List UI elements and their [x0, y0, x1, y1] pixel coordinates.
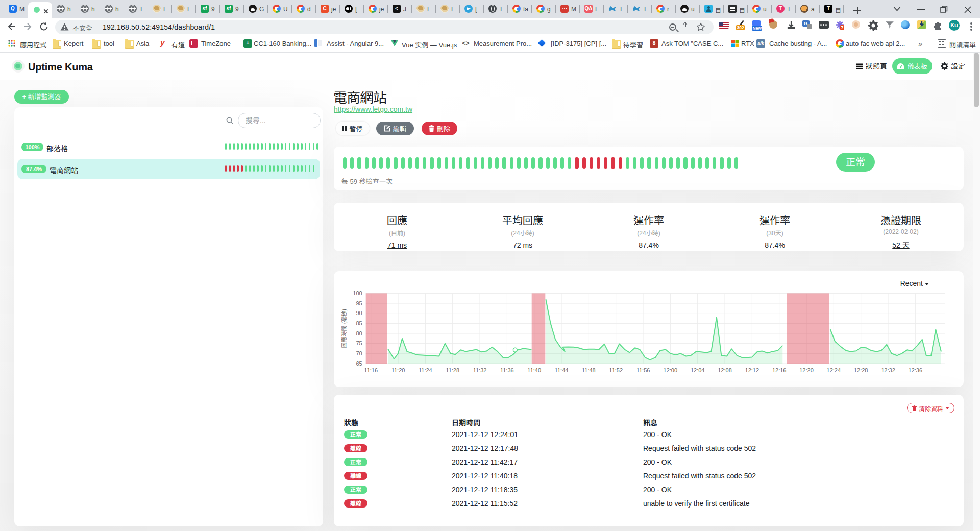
svg-text:12:36: 12:36: [909, 367, 923, 373]
svg-text:95: 95: [356, 300, 362, 306]
svg-text:11:20: 11:20: [391, 367, 405, 373]
svg-text:70: 70: [356, 350, 362, 356]
svg-text:75: 75: [356, 340, 362, 346]
svg-text:11:36: 11:36: [500, 367, 514, 373]
svg-text:12:24: 12:24: [827, 367, 841, 373]
svg-text:11:48: 11:48: [582, 367, 596, 373]
svg-text:85: 85: [356, 320, 362, 326]
svg-text:11:16: 11:16: [364, 367, 378, 373]
svg-text:11:32: 11:32: [473, 367, 487, 373]
svg-text:12:28: 12:28: [854, 367, 868, 373]
svg-text:90: 90: [356, 310, 362, 316]
svg-text:11:44: 11:44: [555, 367, 569, 373]
svg-text:100: 100: [353, 290, 362, 296]
svg-text:12:00: 12:00: [664, 367, 678, 373]
svg-text:80: 80: [356, 330, 362, 336]
svg-text:65: 65: [356, 360, 362, 367]
svg-text:12:32: 12:32: [881, 367, 895, 373]
svg-text:11:56: 11:56: [636, 367, 650, 373]
svg-text:12:08: 12:08: [718, 367, 732, 373]
svg-text:12:20: 12:20: [799, 367, 814, 373]
svg-text:12:12: 12:12: [745, 367, 760, 373]
svg-text:11:28: 11:28: [446, 367, 459, 373]
svg-text:11:40: 11:40: [527, 367, 541, 373]
svg-text:12:04: 12:04: [691, 367, 705, 373]
svg-text:11:52: 11:52: [609, 367, 623, 373]
svg-text:11:24: 11:24: [419, 367, 432, 373]
svg-text:12:16: 12:16: [772, 367, 787, 373]
svg-text:回應時間 (毫秒): 回應時間 (毫秒): [341, 309, 347, 348]
